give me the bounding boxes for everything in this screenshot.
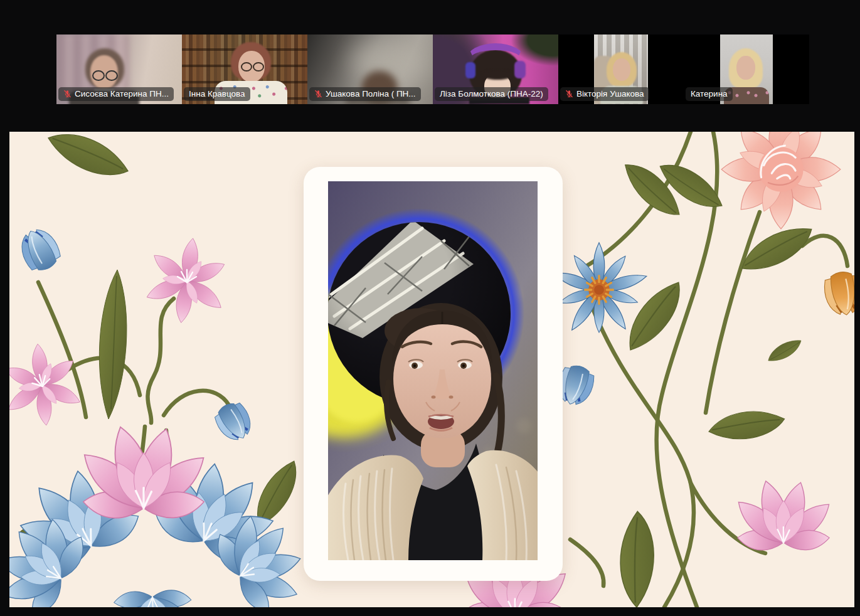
filmstrip: Сисоєва Катерина ПН... Інна Кравцова Уша…	[56, 35, 809, 104]
participant-name: Вікторія Ушакова	[576, 88, 644, 99]
participant-nameplate: Катерина	[686, 87, 733, 101]
participant-name: Катерина	[691, 88, 728, 99]
participant-tile[interactable]: Вікторія Ушакова	[558, 35, 684, 104]
meeting-window: { "meeting": { "window_background": "#0a…	[0, 0, 860, 616]
participant-tile[interactable]: Ушакова Поліна ( ПН...	[307, 35, 433, 104]
screen-share-view	[9, 132, 854, 607]
portrait-card	[304, 167, 563, 581]
participant-name: Ліза Болмоткова (ПНА-22)	[440, 88, 543, 99]
participant-name: Сисоєва Катерина ПН...	[75, 88, 169, 99]
participant-nameplate: Ушакова Поліна ( ПН...	[309, 87, 421, 101]
mic-muted-icon	[565, 90, 573, 98]
speaker-portrait-video	[328, 181, 538, 560]
participant-tile-active-speaker[interactable]: Ліза Болмоткова (ПНА-22)	[433, 35, 558, 104]
participant-name: Інна Кравцова	[189, 88, 245, 99]
participant-tile[interactable]: Інна Кравцова	[182, 35, 307, 104]
mic-muted-icon	[314, 90, 322, 98]
participant-nameplate: Ліза Болмоткова (ПНА-22)	[435, 87, 548, 101]
participant-tile[interactable]: Сисоєва Катерина ПН...	[56, 35, 182, 104]
participant-tile[interactable]: Катерина	[684, 35, 809, 104]
mic-muted-icon	[63, 90, 72, 98]
participant-nameplate: Сисоєва Катерина ПН...	[58, 87, 174, 101]
participant-nameplate: Інна Кравцова	[184, 87, 250, 101]
participant-nameplate: Вікторія Ушакова	[560, 87, 649, 101]
participant-name: Ушакова Поліна ( ПН...	[326, 88, 416, 99]
